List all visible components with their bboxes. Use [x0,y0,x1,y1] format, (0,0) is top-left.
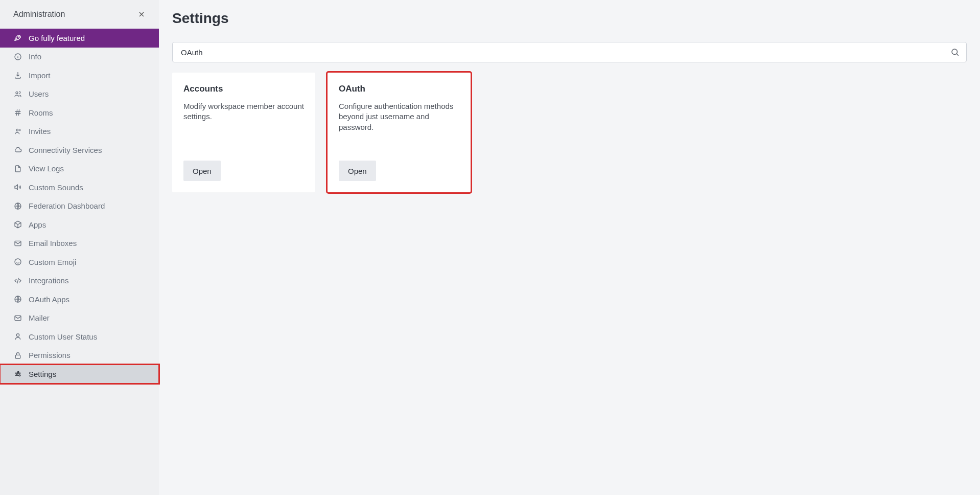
close-icon[interactable] [136,9,147,19]
sidebar-item-label: Connectivity Services [29,146,102,154]
code-icon [13,276,22,285]
rocket-icon [13,33,22,42]
search-icon[interactable] [950,48,960,57]
sidebar-item-label: View Logs [29,164,64,173]
hash-icon [13,108,22,117]
sidebar-item-users[interactable]: Users [0,85,159,104]
lock-icon [13,351,22,360]
sidebar-header: Administration [0,0,159,29]
download-icon [13,71,22,80]
cloud-icon [13,145,22,154]
sidebar-item-label: Import [29,71,51,80]
sidebar-item-user-status[interactable]: Custom User Status [0,327,159,346]
svg-point-12 [16,373,18,375]
info-icon [13,52,22,61]
sidebar-item-label: Invites [29,127,51,136]
sidebar-item-label: Permissions [29,351,71,359]
sidebar-nav: Go fully featured Info Import Users Room [0,29,159,384]
sidebar-item-label: Email Inboxes [29,239,77,248]
sliders-icon [13,369,22,378]
mail-icon [13,239,22,248]
sidebar-item-upgrade[interactable]: Go fully featured [0,29,159,48]
sidebar-title: Administration [13,10,65,19]
sidebar-item-label: Go fully featured [29,34,85,42]
sidebar-item-label: Integrations [29,276,68,285]
sidebar-item-email-inboxes[interactable]: Email Inboxes [0,234,159,253]
file-icon [13,164,22,173]
sidebar-item-invites[interactable]: Invites [0,122,159,141]
user-plus-icon [13,127,22,136]
sidebar-item-rooms[interactable]: Rooms [0,103,159,122]
svg-point-3 [16,129,18,131]
card-accounts: Accounts Modify workspace member account… [172,73,315,192]
svg-point-0 [18,36,19,37]
smile-icon [13,257,22,266]
mail-icon [13,313,22,323]
sidebar-item-integrations[interactable]: Integrations [0,272,159,290]
svg-point-6 [15,259,21,265]
main-content: Settings Accounts Modify workspace membe… [159,0,980,495]
sidebar-item-label: Custom User Status [29,332,97,341]
svg-point-9 [16,334,19,336]
sidebar-item-sounds[interactable]: Custom Sounds [0,178,159,197]
sidebar-item-label: Custom Emoji [29,258,76,266]
sidebar-item-logs[interactable]: View Logs [0,160,159,178]
users-icon [13,89,22,99]
user-icon [13,332,22,341]
sidebar-item-label: Settings [29,370,56,378]
sidebar-item-federation[interactable]: Federation Dashboard [0,197,159,216]
settings-cards: Accounts Modify workspace member account… [172,73,967,192]
admin-sidebar: Administration Go fully featured Info Im… [0,0,159,495]
card-title: Accounts [183,84,304,94]
sidebar-item-apps[interactable]: Apps [0,215,159,234]
card-description: Modify workspace member account settings… [183,101,304,122]
sidebar-item-permissions[interactable]: Permissions [0,346,159,365]
search-input[interactable] [172,42,967,62]
sidebar-item-settings[interactable]: Settings [0,365,159,384]
sidebar-item-emoji[interactable]: Custom Emoji [0,253,159,272]
sidebar-item-label: Mailer [29,313,50,322]
sidebar-item-mailer[interactable]: Mailer [0,309,159,328]
sidebar-item-label: OAuth Apps [29,295,69,304]
card-title: OAuth [339,84,459,94]
svg-point-2 [16,92,18,94]
svg-rect-10 [15,355,20,358]
card-description: Configure authentication methods beyond … [339,101,459,132]
sidebar-item-oauth-apps[interactable]: OAuth Apps [0,290,159,309]
card-oauth: OAuth Configure authentication methods b… [328,73,471,192]
globe-icon [13,201,22,211]
svg-point-11 [17,372,19,373]
sidebar-item-label: Users [29,89,49,98]
sidebar-item-import[interactable]: Import [0,66,159,85]
search-container [172,42,967,62]
sidebar-item-label: Custom Sounds [29,183,83,192]
sidebar-item-label: Info [29,52,41,61]
sidebar-item-label: Rooms [29,108,53,117]
page-title: Settings [172,10,967,27]
svg-point-14 [952,49,958,55]
sidebar-item-label: Federation Dashboard [29,201,105,210]
open-button[interactable]: Open [183,161,221,181]
globe-icon [13,295,22,304]
open-button[interactable]: Open [339,161,376,181]
sidebar-item-info[interactable]: Info [0,48,159,66]
cube-icon [13,220,22,229]
volume-icon [13,183,22,192]
svg-point-13 [19,375,20,376]
sidebar-item-connectivity[interactable]: Connectivity Services [0,141,159,160]
sidebar-item-label: Apps [29,220,46,229]
